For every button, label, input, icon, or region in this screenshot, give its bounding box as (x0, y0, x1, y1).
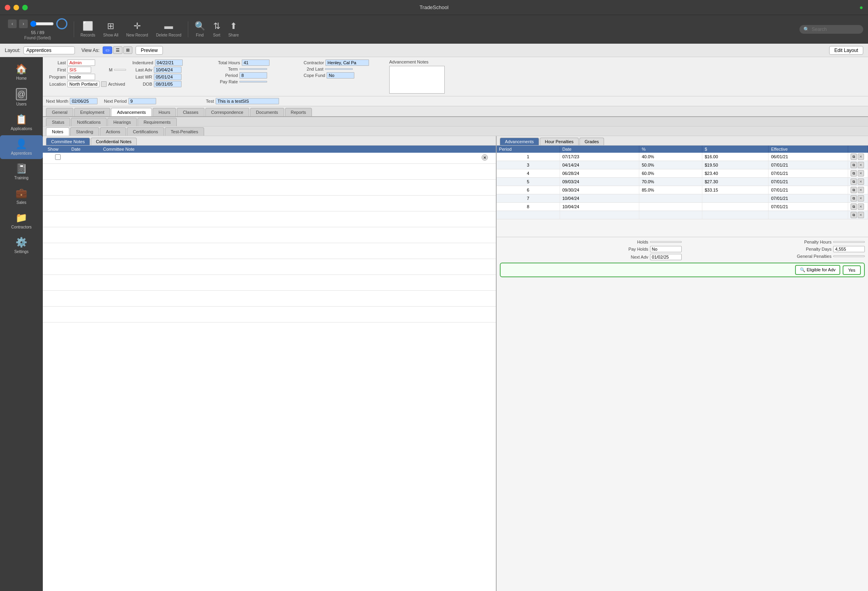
general-penalties-row: General Penalties (683, 254, 865, 259)
copy-row-button[interactable]: ⧉ (851, 170, 857, 177)
find-label[interactable]: Find (196, 33, 203, 37)
show-all-label[interactable]: Show All (103, 33, 118, 37)
tab-status[interactable]: Status (46, 118, 70, 126)
sidebar-item-home[interactable]: 🏠 Home (0, 60, 43, 84)
adv-period-header: Period (497, 146, 560, 153)
tab-hearings[interactable]: Hearings (107, 118, 137, 126)
sidebar-item-applications[interactable]: 📋 Applications (0, 111, 43, 134)
edit-layout-button[interactable]: Edit Layout (829, 46, 863, 55)
tab-hours[interactable]: Hours (153, 108, 176, 116)
delete-record-group[interactable]: ▬ Delete Record (153, 21, 185, 37)
share-label[interactable]: Share (228, 33, 239, 37)
tab-employment[interactable]: Employment (74, 108, 110, 116)
delete-row-button[interactable]: ✕ (858, 203, 864, 210)
view-form-button[interactable]: ▭ (103, 46, 112, 54)
records-slider[interactable] (30, 21, 54, 27)
tab-standing[interactable]: Standing (70, 127, 99, 136)
sidebar-item-settings[interactable]: ⚙️ Settings (0, 234, 43, 257)
sidebar-item-sales[interactable]: 💼 Sales (0, 184, 43, 208)
pay-holds-value: No (650, 246, 682, 252)
maximize-button[interactable] (22, 5, 28, 10)
toolbar-divider-1 (74, 21, 74, 37)
close-note-button[interactable]: ✕ (482, 154, 488, 161)
adv-date-cell: 09/03/24 (560, 178, 639, 186)
tab-certifications[interactable]: Certifications (127, 127, 164, 136)
sort-group[interactable]: ⇅ Sort (210, 21, 224, 37)
tab-grades[interactable]: Grades (579, 138, 604, 145)
copy-row-button[interactable]: ⧉ (851, 203, 857, 210)
show-all-icon: ⊞ (107, 21, 114, 31)
sales-icon: 💼 (15, 188, 27, 199)
delete-row-button[interactable]: ✕ (858, 212, 864, 218)
find-icon: 🔍 (195, 21, 205, 31)
tab-documents[interactable]: Documents (250, 108, 284, 116)
tab-general[interactable]: General (46, 108, 73, 116)
adv-row-actions: ⧉ ✕ (848, 203, 868, 211)
delete-record-label[interactable]: Delete Record (156, 33, 182, 37)
layout-label: Layout: (5, 48, 20, 53)
advancement-notes-box[interactable] (389, 66, 445, 94)
window-controls[interactable] (5, 5, 28, 10)
find-group[interactable]: 🔍 Find (191, 21, 208, 37)
delete-row-button[interactable]: ✕ (858, 154, 864, 160)
copy-row-button[interactable]: ⧉ (851, 162, 857, 168)
adv-pct-cell (639, 203, 702, 211)
search-box[interactable]: 🔍 (799, 25, 863, 34)
tab-committee-notes[interactable]: Committee Notes (46, 138, 90, 145)
copy-row-button[interactable]: ⧉ (851, 195, 857, 201)
tab-advancements-panel[interactable]: Advancements (500, 138, 539, 145)
eligible-button[interactable]: 🔍 Eligible for Adv (795, 265, 840, 275)
delete-row-button[interactable]: ✕ (858, 187, 864, 193)
preview-button[interactable]: Preview (136, 46, 163, 55)
show-checkbox[interactable] (55, 154, 61, 160)
pay-rate-label: Pay Rate (218, 79, 238, 84)
copy-row-button[interactable]: ⧉ (851, 154, 857, 160)
layout-select[interactable]: Apprentices (23, 46, 75, 54)
close-button[interactable] (5, 5, 10, 10)
archived-checkbox[interactable] (101, 81, 107, 87)
notes-first-row: ✕ (43, 153, 496, 164)
sort-label[interactable]: Sort (213, 33, 220, 37)
tab-test-penalties[interactable]: Test-Penalties (165, 127, 204, 136)
tab-advancements[interactable]: Advancements (111, 108, 152, 116)
sidebar-item-training[interactable]: 📓 Training (0, 160, 43, 184)
tab-actions[interactable]: Actions (100, 127, 126, 136)
yes-button[interactable]: Yes (843, 265, 861, 275)
sidebar-home-label: Home (16, 76, 27, 81)
copy-row-button[interactable]: ⧉ (851, 212, 857, 218)
new-record-label[interactable]: New Record (126, 33, 148, 37)
delete-record-icon: ▬ (164, 21, 173, 31)
middle-value (114, 69, 126, 71)
tab-notes[interactable]: Notes (46, 127, 69, 136)
tab-correspondence[interactable]: Correspondence (205, 108, 249, 116)
new-record-group[interactable]: ✛ New Record (123, 21, 151, 37)
tab-hour-penalties[interactable]: Hour Penalties (540, 138, 579, 145)
show-all-group[interactable]: ⊞ Show All (100, 21, 121, 37)
copy-row-button[interactable]: ⧉ (851, 178, 857, 185)
contractor-fields: Contractor Henley, Cal Pa 2nd Last Cope … (304, 59, 383, 94)
tab-reports[interactable]: Reports (285, 108, 312, 116)
tab-confidential-notes[interactable]: Confidential Notes (91, 138, 137, 145)
next-record-button[interactable]: › (19, 19, 28, 28)
tab-notifications[interactable]: Notifications (71, 118, 107, 126)
view-list-button[interactable]: ☰ (113, 46, 122, 54)
sidebar-applications-label: Applications (11, 127, 32, 131)
delete-row-button[interactable]: ✕ (858, 162, 864, 168)
search-icon: 🔍 (803, 27, 809, 32)
prev-record-button[interactable]: ‹ (8, 19, 17, 28)
sidebar-item-users[interactable]: @ Users (0, 85, 43, 110)
tab-classes[interactable]: Classes (177, 108, 204, 116)
tab-requirements[interactable]: Requirements (138, 118, 176, 126)
sidebar-item-apprentices[interactable]: 👤 Apprentices (0, 135, 43, 159)
minimize-button[interactable] (13, 5, 19, 10)
search-input[interactable] (812, 27, 859, 32)
delete-row-button[interactable]: ✕ (858, 195, 864, 201)
delete-row-button[interactable]: ✕ (858, 170, 864, 177)
delete-row-button[interactable]: ✕ (858, 178, 864, 185)
sidebar-item-contractors[interactable]: 📁 Contractors (0, 209, 43, 233)
detail-tabs-row: Notes Standing Actions Certifications Te… (43, 127, 868, 136)
copy-row-button[interactable]: ⧉ (851, 187, 857, 193)
adv-date-cell: 10/04/24 (560, 194, 639, 203)
view-table-button[interactable]: ⊞ (123, 46, 132, 54)
share-group[interactable]: ⬆ Share (225, 21, 242, 37)
